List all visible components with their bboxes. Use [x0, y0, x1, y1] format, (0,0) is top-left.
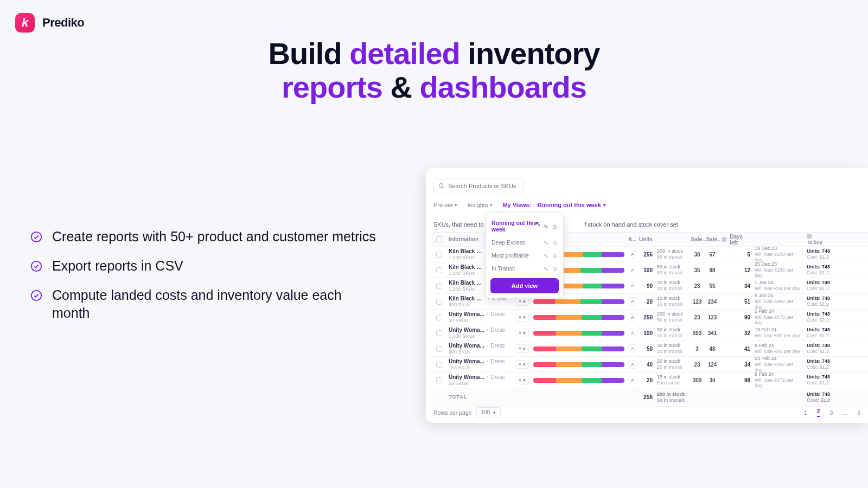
- edit-icon[interactable]: ✎: [544, 266, 549, 271]
- row-checkbox[interactable]: [436, 346, 442, 352]
- product-name: Unity Woma...: [449, 311, 484, 318]
- page-number[interactable]: 1: [804, 409, 807, 416]
- col-tobuy[interactable]: To buy: [805, 234, 835, 246]
- chevron-down-icon: ▾: [493, 410, 496, 415]
- remove-icon[interactable]: ⊖: [552, 223, 558, 229]
- product-name: Kiln Black & W: [449, 280, 486, 286]
- dropdown-item[interactable]: Most profitable✎⊖: [486, 249, 563, 262]
- table-total-row: TOTAL 256 200 in stock56 in transit Unit…: [431, 388, 868, 407]
- table-row[interactable]: Unity Woma...•Dress900 SKUsA ▾A5030 in s…: [431, 341, 868, 357]
- feature-bullet: Create reports with 50+ product and cust…: [30, 228, 383, 246]
- rows-per-page-label: Rows per page: [433, 409, 472, 416]
- sku-count: 900 SKUs: [449, 349, 471, 355]
- dropdown-item[interactable]: Deep Excess✎⊖: [486, 236, 563, 249]
- row-checkbox[interactable]: [436, 283, 442, 289]
- a-badge: A: [629, 329, 636, 337]
- units-value: 250: [639, 314, 655, 320]
- stock-bar: [533, 331, 624, 336]
- units-value: 40: [639, 362, 655, 368]
- add-view-button[interactable]: Add view: [490, 278, 559, 293]
- daysleft-value: 32: [720, 330, 752, 336]
- sku-count: 1,040 SKUs: [449, 271, 475, 277]
- dropdown-item[interactable]: Running out this week✎⊖: [486, 216, 563, 236]
- row-checkbox[interactable]: [436, 330, 442, 336]
- a-badge: A: [629, 344, 636, 353]
- hl-t1: Build: [269, 36, 350, 70]
- remove-icon[interactable]: ⊖: [552, 266, 558, 271]
- a-badge: A: [629, 266, 636, 274]
- edit-icon[interactable]: ✎: [544, 223, 549, 229]
- sale2-value: 341: [705, 330, 720, 336]
- pagination: 123...6: [804, 408, 860, 417]
- bullet-text: Create reports with 50+ product and cust…: [52, 228, 376, 246]
- row-checkbox[interactable]: [436, 299, 442, 305]
- hl-t3: inventory: [460, 36, 600, 70]
- table-row[interactable]: Unity Woma...•Dress20 SKUsA ▾A250200 in …: [431, 310, 868, 325]
- a-dropdown[interactable]: A ▾: [515, 313, 528, 322]
- product-name: Kiln Black & W: [449, 264, 486, 271]
- bullet-text: Export reports in CSV: [52, 257, 183, 275]
- rows-per-page-select[interactable]: 100▾: [476, 407, 501, 418]
- a-dropdown[interactable]: A ▾: [515, 344, 528, 353]
- daysleft-value: 98: [720, 377, 752, 383]
- brand-header: k Prediko: [15, 13, 84, 33]
- a-dropdown[interactable]: A ▾: [515, 297, 528, 306]
- bullet-text: Compute landed costs and inventory value…: [52, 286, 383, 323]
- col-sale1[interactable]: Sale...: [690, 236, 705, 242]
- sku-count: 56 SKUs: [449, 381, 468, 387]
- myviews-dropdown: Running out this week✎⊖Deep Excess✎⊖Most…: [486, 213, 564, 298]
- sale2-value: 48: [705, 346, 720, 352]
- page-number[interactable]: 3: [830, 409, 833, 416]
- feature-bullets: Create reports with 50+ product and cust…: [30, 228, 383, 333]
- sale1-value: 30: [690, 252, 705, 258]
- col-a[interactable]: A...: [627, 236, 639, 242]
- sku-count: 20 SKUs: [449, 318, 468, 324]
- feature-bullet: Compute landed costs and inventory value…: [30, 286, 383, 323]
- row-checkbox[interactable]: [436, 377, 442, 383]
- search-box[interactable]: [433, 178, 524, 194]
- units-value: 256: [639, 252, 655, 258]
- daysleft-value: 90: [720, 314, 752, 320]
- tab-myviews[interactable]: My Views: Running out this week▾: [502, 202, 605, 208]
- stock-bar: [533, 362, 624, 367]
- select-all-checkbox[interactable]: [436, 236, 442, 242]
- product-name: Unity Woma...: [449, 327, 484, 333]
- row-checkbox[interactable]: [436, 362, 442, 368]
- sale1-value: 300: [690, 377, 705, 383]
- edit-icon[interactable]: ✎: [544, 240, 549, 245]
- a-dropdown[interactable]: A ▾: [515, 329, 528, 337]
- stock-bar: [533, 315, 624, 320]
- units-value: 100: [639, 267, 655, 273]
- a-dropdown[interactable]: A ▾: [515, 376, 528, 384]
- units-value: 50: [639, 346, 655, 352]
- col-daysleft[interactable]: Days left: [720, 234, 752, 246]
- row-checkbox[interactable]: [436, 252, 442, 258]
- daysleft-value: 12: [720, 267, 752, 273]
- row-checkbox[interactable]: [436, 267, 442, 273]
- search-icon: [438, 183, 445, 189]
- units-value: 20: [639, 377, 655, 383]
- remove-icon[interactable]: ⊖: [552, 240, 558, 245]
- tab-preset[interactable]: Pre-set▾: [433, 202, 457, 208]
- dropdown-item[interactable]: In Transit✎⊖: [486, 262, 563, 275]
- remove-icon[interactable]: ⊖: [552, 253, 558, 258]
- col-units[interactable]: Units: [639, 236, 655, 242]
- page-root: k Prediko Build detailed inventory repor…: [0, 0, 868, 488]
- chevron-down-icon: ▾: [455, 202, 457, 208]
- search-input[interactable]: [445, 183, 519, 189]
- page-number[interactable]: 2: [817, 408, 820, 417]
- sale2-value: 67: [705, 252, 720, 258]
- sale2-value: 98: [705, 267, 720, 273]
- tab-insights[interactable]: Insights▾: [467, 202, 493, 208]
- row-checkbox[interactable]: [436, 314, 442, 320]
- page-number[interactable]: 6: [857, 409, 860, 416]
- table-row[interactable]: Unity Woma...•Dress1,000 SKUsA ▾A10080 i…: [431, 325, 868, 341]
- a-badge: A: [629, 250, 636, 259]
- a-badge: A: [629, 297, 636, 306]
- table-row[interactable]: Unity Woma...•Dress56 SKUsA ▾A2015 in st…: [431, 373, 868, 388]
- table-row[interactable]: Unity Woma...•Dress153 SKUsA ▾A4020 in s…: [431, 357, 868, 373]
- col-sale2[interactable]: Sale...: [705, 236, 720, 242]
- stock-bar: [533, 378, 624, 383]
- edit-icon[interactable]: ✎: [544, 253, 549, 258]
- a-dropdown[interactable]: A ▾: [515, 360, 528, 369]
